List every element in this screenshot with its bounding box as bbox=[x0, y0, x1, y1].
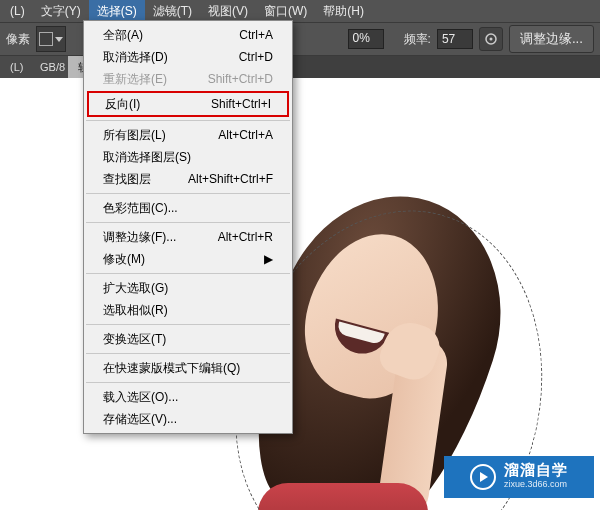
menu-grow[interactable]: 扩大选取(G) bbox=[85, 277, 291, 299]
watermark-url: zixue.3d66.com bbox=[504, 477, 568, 491]
menu-reselect: 重新选择(E) Shift+Ctrl+D bbox=[85, 68, 291, 90]
menu-item-text[interactable]: 文字(Y) bbox=[33, 0, 89, 23]
menu-color-range[interactable]: 色彩范围(C)... bbox=[85, 197, 291, 219]
menu-load-selection[interactable]: 载入选区(O)... bbox=[85, 386, 291, 408]
menu-separator bbox=[86, 273, 290, 274]
select-menu-dropdown: 全部(A) Ctrl+A 取消选择(D) Ctrl+D 重新选择(E) Shif… bbox=[83, 20, 293, 434]
menu-all-layers[interactable]: 所有图层(L) Alt+Ctrl+A bbox=[85, 124, 291, 146]
pen-pressure-icon[interactable] bbox=[479, 27, 503, 51]
menu-separator bbox=[86, 120, 290, 121]
watermark: 溜溜自学 zixue.3d66.com bbox=[444, 456, 594, 498]
refine-edge-button[interactable]: 调整边缘... bbox=[509, 25, 594, 53]
menu-separator bbox=[86, 193, 290, 194]
chevron-down-icon bbox=[55, 37, 63, 42]
menu-modify[interactable]: 修改(M) ▶ bbox=[85, 248, 291, 270]
submenu-arrow-icon: ▶ bbox=[264, 251, 273, 267]
menu-similar[interactable]: 选取相似(R) bbox=[85, 299, 291, 321]
menu-quickmask[interactable]: 在快速蒙版模式下编辑(Q) bbox=[85, 357, 291, 379]
menu-item-layer[interactable]: (L) bbox=[2, 1, 33, 21]
svg-point-1 bbox=[489, 38, 492, 41]
menu-inverse[interactable]: 反向(I) Shift+Ctrl+I bbox=[89, 93, 287, 115]
menu-refine-edge[interactable]: 调整边缘(F)... Alt+Ctrl+R bbox=[85, 226, 291, 248]
menu-transform-selection[interactable]: 变换选区(T) bbox=[85, 328, 291, 350]
menu-separator bbox=[86, 222, 290, 223]
menu-separator bbox=[86, 382, 290, 383]
menu-deselect-layers[interactable]: 取消选择图层(S) bbox=[85, 146, 291, 168]
menu-deselect[interactable]: 取消选择(D) Ctrl+D bbox=[85, 46, 291, 68]
watermark-brand: 溜溜自学 bbox=[504, 463, 568, 477]
frequency-input[interactable] bbox=[437, 29, 473, 49]
menubar: (L) 文字(Y) 选择(S) 滤镜(T) 视图(V) 窗口(W) 帮助(H) bbox=[0, 0, 600, 22]
doc-tab-0[interactable]: (L) bbox=[0, 56, 30, 78]
tool-preset-dropdown[interactable] bbox=[36, 26, 66, 52]
menu-separator bbox=[86, 353, 290, 354]
play-circle-icon bbox=[470, 464, 496, 490]
menu-save-selection[interactable]: 存储选区(V)... bbox=[85, 408, 291, 430]
value-field[interactable]: 0% bbox=[348, 29, 384, 49]
menu-item-help[interactable]: 帮助(H) bbox=[315, 0, 372, 23]
options-left-label: 像素 bbox=[6, 31, 30, 48]
frequency-label: 频率: bbox=[404, 31, 431, 48]
menu-find-layers[interactable]: 查找图层 Alt+Shift+Ctrl+F bbox=[85, 168, 291, 190]
menu-all[interactable]: 全部(A) Ctrl+A bbox=[85, 24, 291, 46]
menu-separator bbox=[86, 324, 290, 325]
menu-inverse-highlight: 反向(I) Shift+Ctrl+I bbox=[87, 91, 289, 117]
doc-tab-1[interactable]: GB/8 bbox=[30, 56, 68, 78]
